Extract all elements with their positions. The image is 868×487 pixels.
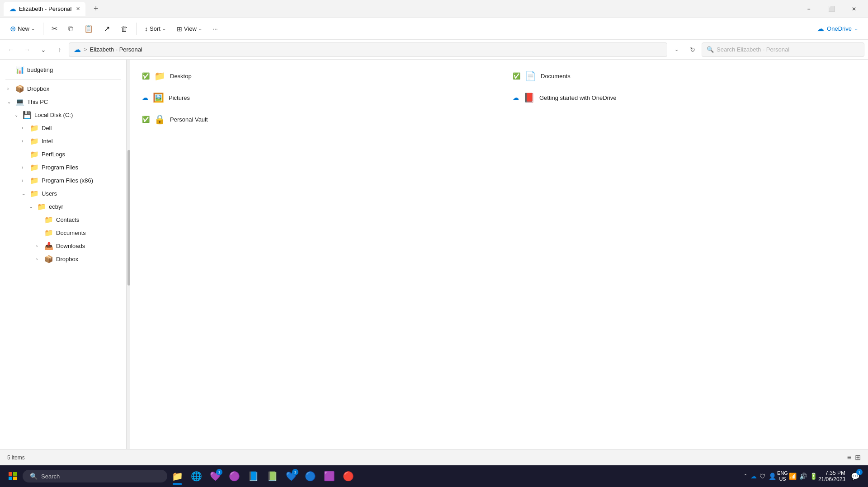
new-button[interactable]: ⊕ New ⌄: [5, 22, 39, 36]
language-text: ENG: [777, 470, 788, 476]
sidebar-item-contacts[interactable]: 📁 Contacts: [2, 213, 124, 226]
sidebar-item-thispc[interactable]: ⌄ 💻 This PC: [2, 95, 124, 108]
sidebar-item-dropbox2[interactable]: › 📦 Dropbox: [2, 253, 124, 266]
svg-rect-0: [9, 472, 12, 476]
ecbyr-chevron-icon: ⌄: [29, 204, 34, 209]
sidebar-item-label: Dropbox: [56, 256, 78, 262]
taskbar-app-chrome[interactable]: 🔵: [301, 467, 319, 485]
sidebar-item-users[interactable]: ⌄ 📁 Users: [2, 187, 124, 200]
windows-logo-icon: [9, 472, 17, 480]
taskbar-search-icon: 🔍: [30, 473, 38, 480]
taskbar-app-teams2[interactable]: 💙 1: [282, 467, 300, 485]
teams3-icon: 🟪: [324, 471, 335, 482]
close-button[interactable]: ✕: [844, 2, 864, 16]
volume-icon[interactable]: 🔊: [799, 473, 807, 480]
tab-close-icon[interactable]: ✕: [76, 6, 80, 12]
refresh-button[interactable]: ↻: [685, 42, 700, 57]
sidebar-item-programfilesx86[interactable]: › 📁 Program Files (x86): [2, 174, 124, 187]
sidebar-item-label: Program Files (x86): [42, 177, 93, 184]
budgeting-icon: 📊: [15, 66, 24, 74]
content-item-gettingstarted[interactable]: ☁ 📕 Getting started with OneDrive: [508, 89, 861, 107]
share-button[interactable]: ↗: [99, 22, 114, 36]
taskbar-app-red[interactable]: 🔴: [339, 467, 357, 485]
onedrive-button[interactable]: ☁ OneDrive ⌄: [812, 22, 863, 36]
taskbar-app-teams3[interactable]: 🟪: [320, 467, 338, 485]
minimize-button[interactable]: −: [798, 2, 819, 16]
sidebar-item-programfiles[interactable]: › 📁 Program Files: [2, 161, 124, 174]
dropbox2-icon: 📦: [44, 255, 53, 263]
language-indicator[interactable]: ENG US: [777, 470, 788, 482]
search-box[interactable]: 🔍 Search Elizabeth - Personal: [702, 42, 864, 57]
sidebar-item-dropbox[interactable]: › 📦 Dropbox: [2, 82, 124, 95]
view-button[interactable]: ⊞ View ⌄: [172, 23, 207, 35]
content-item-pictures[interactable]: ☁ 🖼️ Pictures: [137, 89, 490, 107]
copy-button[interactable]: ⧉: [64, 22, 78, 36]
taskbar-search[interactable]: 🔍 Search: [23, 470, 167, 482]
taskbar-app-teams[interactable]: 🟣: [225, 467, 243, 485]
taskbar-app-word[interactable]: 📘: [244, 467, 262, 485]
recent-locations-button[interactable]: ⌄: [36, 42, 51, 57]
address-dropdown-button[interactable]: ⌄: [669, 42, 684, 57]
list-view-icon[interactable]: ≡: [847, 454, 851, 462]
back-button[interactable]: ←: [4, 42, 18, 57]
sidebar-item-label: Dropbox: [27, 85, 49, 92]
sidebar-item-downloads[interactable]: › 📥 Downloads: [2, 239, 124, 253]
taskbar-app-fileexplorer[interactable]: 📁: [168, 467, 186, 485]
title-bar: ☁ Elizabeth - Personal ✕ + − ⬜ ✕: [0, 0, 868, 18]
title-bar-left: ☁ Elizabeth - Personal ✕ +: [4, 2, 798, 16]
sidebar-item-intel[interactable]: › 📁 Intel: [2, 135, 124, 148]
onedrive-tray-icon[interactable]: ☁: [750, 473, 757, 480]
content-item-desktop[interactable]: ✅ 📁 Desktop: [137, 67, 490, 85]
paste-button[interactable]: 📋: [80, 22, 98, 36]
sidebar-item-perflogs[interactable]: 📁 PerfLogs: [2, 148, 124, 161]
add-tab-button[interactable]: +: [89, 2, 103, 16]
antivirus-tray-icon[interactable]: 🛡: [760, 473, 766, 480]
battery-icon[interactable]: 🔋: [810, 473, 817, 480]
cut-button[interactable]: ✂: [47, 22, 62, 36]
new-icon: ⊕: [10, 24, 16, 33]
forward-button[interactable]: →: [20, 42, 34, 57]
localdisk-icon: 💾: [23, 111, 32, 119]
taskbar-app-excel[interactable]: 📗: [263, 467, 281, 485]
svg-rect-1: [13, 472, 17, 476]
start-button[interactable]: [4, 467, 22, 485]
delete-button[interactable]: 🗑: [116, 22, 132, 36]
sort-button[interactable]: ↕ Sort ⌄: [140, 23, 170, 35]
sidebar-scrollbar-thumb[interactable]: [127, 150, 130, 286]
maximize-button[interactable]: ⬜: [821, 2, 842, 16]
sidebar-item-label: Users: [42, 190, 57, 197]
sidebar-item-label: Local Disk (C:): [34, 112, 73, 118]
paste-icon: 📋: [84, 24, 93, 33]
tab-label: Elizabeth - Personal: [19, 5, 71, 12]
user-tray-icon[interactable]: 👤: [769, 473, 776, 480]
sidebar-item-localdisk[interactable]: ⌄ 💾 Local Disk (C:): [2, 108, 124, 122]
app-red-icon: 🔴: [343, 471, 354, 482]
sidebar-item-label: Intel: [42, 138, 53, 145]
sidebar-item-dell[interactable]: › 📁 Dell: [2, 122, 124, 135]
onedrive-icon: ☁: [817, 24, 824, 33]
notification-center[interactable]: 💬 1: [846, 467, 864, 485]
status-icons: 📶 🔊 🔋: [789, 473, 817, 480]
sidebar-item-budgeting[interactable]: 📊 budgeting: [2, 63, 124, 76]
sidebar-item-documents[interactable]: 📁 Documents: [2, 226, 124, 239]
tray-chevron-icon[interactable]: ⌃: [743, 473, 748, 479]
up-button[interactable]: ↑: [52, 42, 67, 57]
toolbar: ⊕ New ⌄ ✂ ⧉ 📋 ↗ 🗑 ↕ Sort ⌄ ⊞ View ⌄ ··· …: [0, 18, 868, 40]
wifi-icon[interactable]: 📶: [789, 473, 797, 480]
address-path[interactable]: ☁ > Elizabeth - Personal: [69, 42, 667, 57]
taskbar-app-edge[interactable]: 🌐: [187, 467, 205, 485]
dropbox2-chevron-icon: ›: [36, 257, 42, 262]
taskbar-app-teams-meet[interactable]: 💜 1: [206, 467, 224, 485]
grid-view-icon[interactable]: ⊞: [855, 453, 861, 462]
content-item-personalvault[interactable]: ✅ 🔒 Personal Vault: [137, 110, 490, 128]
path-onedrive-icon: ☁: [74, 45, 81, 54]
new-chevron-icon: ⌄: [31, 26, 35, 31]
sidebar-item-ecbyr[interactable]: ⌄ 📁 ecbyr: [2, 200, 124, 213]
svg-rect-2: [9, 477, 12, 480]
active-tab[interactable]: ☁ Elizabeth - Personal ✕: [4, 2, 85, 16]
taskbar-search-label: Search: [41, 473, 60, 480]
intel-chevron-icon: ›: [22, 139, 27, 144]
taskbar-clock[interactable]: 7:35 PM 21/06/2023: [818, 470, 845, 482]
more-button[interactable]: ···: [208, 23, 222, 35]
content-item-documents[interactable]: ✅ 📄 Documents: [508, 67, 861, 85]
